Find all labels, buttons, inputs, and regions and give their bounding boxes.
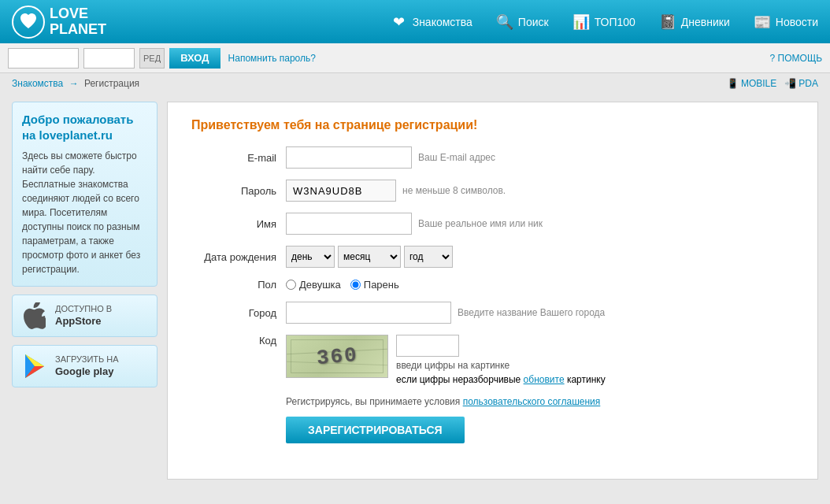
pda-icon: 📲 <box>784 78 796 89</box>
email-group: Ваш E-mail адрес <box>286 146 495 169</box>
logo-icon <box>12 6 45 39</box>
nav-dating[interactable]: ❤ Знакомства <box>391 13 472 31</box>
google-text: ЗАГРУЗИТЬ НА Google play <box>55 354 119 378</box>
nav-news[interactable]: 📰 Новости <box>754 13 818 31</box>
register-button[interactable]: ЗАРЕГИСТРИРОВАТЬСЯ <box>286 417 465 443</box>
password-group: не меньше 8 символов. <box>286 180 506 202</box>
terms-row: Регистрируясь, вы принимаете условия пол… <box>191 396 794 407</box>
captcha-text: 360 <box>315 343 358 369</box>
city-label: Город <box>191 307 286 319</box>
name-label: Имя <box>191 218 286 230</box>
welcome-text: Здесь вы сможете быстро найти себе пару.… <box>22 149 147 276</box>
year-select[interactable]: год <box>404 246 453 268</box>
password-row: Пароль не меньше 8 символов. <box>191 180 794 202</box>
google-box[interactable]: ЗАГРУЗИТЬ НА Google play <box>12 345 157 387</box>
nav-search[interactable]: 🔍 Поиск <box>496 13 549 31</box>
breadcrumb: Знакомства → Регистрация <box>12 78 139 89</box>
password-label-form: Пароль <box>191 185 286 197</box>
breadcrumb-current: Регистрация <box>84 78 139 89</box>
date-group: день месяц год <box>286 246 453 268</box>
gender-label: Пол <box>191 279 286 291</box>
gender-male-radio[interactable] <box>350 280 361 290</box>
login-bar: РЕД ВХОД Напомнить пароль? ? ПОМОЩЬ <box>0 43 830 73</box>
dating-icon: ❤ <box>391 13 408 31</box>
gender-female-label[interactable]: Девушка <box>286 279 341 291</box>
pda-link[interactable]: 📲 PDA <box>784 78 818 89</box>
appstore-box[interactable]: ДОСТУПНО В AppStore <box>12 295 157 337</box>
gender-group: Девушка Парень <box>286 279 399 291</box>
welcome-title: Добро пожаловатьна loveplanet.ru <box>22 112 147 143</box>
breadcrumb-home[interactable]: Знакомства <box>12 78 63 89</box>
sidebar: Добро пожаловатьна loveplanet.ru Здесь в… <box>12 102 157 480</box>
mobile-links: 📱 MOBILE 📲 PDA <box>727 78 818 89</box>
mobile-icon: 📱 <box>727 78 739 89</box>
search-icon: 🔍 <box>496 13 513 31</box>
captcha-refresh-text: если цифры неразборчивые обновите картин… <box>396 374 606 385</box>
month-select[interactable]: месяц <box>338 246 401 268</box>
name-group: Ваше реальное имя или ник <box>286 213 543 235</box>
birthdate-label: Дата рождения <box>191 251 286 263</box>
mobile-link[interactable]: 📱 MOBILE <box>727 78 776 89</box>
captcha-refresh-link[interactable]: обновите <box>524 374 565 385</box>
captcha-row: Код 360 введи цифры на картинке если циф… <box>191 335 794 385</box>
password-label: РЕД <box>139 48 165 69</box>
gender-row: Пол Девушка Парень <box>191 279 794 291</box>
diaries-icon: 📓 <box>659 13 676 31</box>
breadcrumb-arrow: → <box>69 78 79 89</box>
remind-link[interactable]: Напомнить пароль? <box>228 53 316 64</box>
name-hint: Ваше реальное имя или ник <box>418 218 543 229</box>
city-row: Город Введите название Вашего города <box>191 302 794 324</box>
email-field[interactable] <box>286 146 412 169</box>
top100-icon: 📊 <box>572 13 590 31</box>
city-group: Введите название Вашего города <box>286 302 605 324</box>
gender-male-label[interactable]: Парень <box>350 279 399 291</box>
email-hint: Ваш E-mail адрес <box>418 152 495 163</box>
apple-icon <box>22 303 47 328</box>
appstore-text: ДОСТУПНО В AppStore <box>55 303 112 328</box>
google-play-icon <box>22 354 47 379</box>
header: LOVE PLANET ❤ Знакомства 🔍 Поиск 📊 ТОП10… <box>0 0 830 43</box>
captcha-input[interactable] <box>396 335 459 357</box>
city-hint: Введите название Вашего города <box>458 307 605 318</box>
main-nav: ❤ Знакомства 🔍 Поиск 📊 ТОП100 📓 Дневники… <box>391 13 818 31</box>
email-label: E-mail <box>191 152 286 164</box>
day-select[interactable]: день <box>286 246 335 268</box>
captcha-input-hint: введи цифры на картинке <box>396 360 606 371</box>
birthdate-row: Дата рождения день месяц год <box>191 246 794 268</box>
city-field[interactable] <box>286 302 451 324</box>
captcha-right: введи цифры на картинке если цифры нераз… <box>396 335 606 385</box>
register-button-row: ЗАРЕГИСТРИРОВАТЬСЯ <box>191 417 794 443</box>
name-row: Имя Ваше реальное имя или ник <box>191 213 794 235</box>
login-button[interactable]: ВХОД <box>169 48 220 69</box>
registration-form: Приветствуем тебя на странице регистраци… <box>167 102 818 480</box>
terms-link[interactable]: пользовательского соглашения <box>463 396 601 407</box>
captcha-label: Код <box>191 335 286 346</box>
captcha-image: 360 <box>286 335 388 378</box>
password-field[interactable] <box>286 180 396 202</box>
name-field[interactable] <box>286 213 412 235</box>
login-input[interactable] <box>8 48 79 69</box>
nav-top100[interactable]: 📊 ТОП100 <box>572 13 635 31</box>
password-hint: не меньше 8 символов. <box>402 185 506 196</box>
nav-diaries[interactable]: 📓 Дневники <box>659 13 730 31</box>
help-link[interactable]: ? ПОМОЩЬ <box>770 53 822 64</box>
captcha-area: 360 введи цифры на картинке если цифры н… <box>286 335 606 385</box>
main-area: Добро пожаловатьна loveplanet.ru Здесь в… <box>0 94 830 487</box>
gender-female-radio[interactable] <box>286 280 296 290</box>
email-row: E-mail Ваш E-mail адрес <box>191 146 794 169</box>
news-icon: 📰 <box>754 13 771 31</box>
logo-text: LOVE PLANET <box>50 6 106 38</box>
form-title: Приветствуем тебя на странице регистраци… <box>191 118 794 132</box>
welcome-box: Добро пожаловатьна loveplanet.ru Здесь в… <box>12 102 157 287</box>
logo[interactable]: LOVE PLANET <box>12 6 106 39</box>
breadcrumb-row: Знакомства → Регистрация 📱 MOBILE 📲 PDA <box>0 73 830 94</box>
password-input[interactable] <box>83 48 135 69</box>
